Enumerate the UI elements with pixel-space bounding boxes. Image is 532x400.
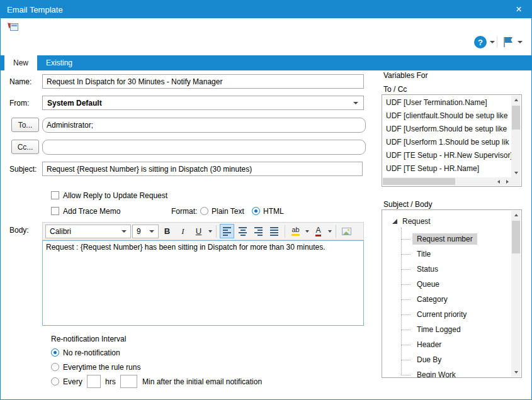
scroll-left-icon[interactable] — [494, 177, 502, 186]
plain-text-radio[interactable] — [200, 207, 208, 215]
highlight-button[interactable]: ab — [288, 224, 303, 238]
tab-existing[interactable]: Existing — [37, 55, 81, 70]
variable-item[interactable]: UDF [TE Setup - HR.New Supervisor] — [383, 148, 511, 162]
underline-caret-icon[interactable] — [207, 224, 213, 238]
underline-button[interactable]: U — [191, 224, 206, 238]
everytime-radio[interactable] — [51, 363, 59, 371]
tree-item[interactable]: Queue — [382, 277, 511, 292]
no-renotification-radio[interactable] — [51, 348, 59, 357]
tree-item[interactable]: Category — [382, 292, 511, 307]
everytime-label: Everytime the rule runs — [63, 363, 140, 372]
font-size-select[interactable]: 9 — [132, 225, 159, 238]
scroll-up-icon[interactable] — [511, 211, 521, 219]
tree-item[interactable]: Status — [382, 262, 511, 277]
bold-button[interactable]: B — [160, 224, 174, 238]
renotification-title: Re-notification Interval — [51, 335, 126, 343]
font-family-select[interactable]: Calibri — [45, 225, 131, 238]
variables-horizontal-scrollbar[interactable] — [383, 177, 511, 186]
font-size-value: 9 — [137, 227, 141, 236]
to-input[interactable] — [42, 118, 366, 133]
font-family-value: Calibri — [50, 227, 71, 236]
body-editor[interactable]: Request : {Request Number} has been sitt… — [42, 240, 364, 326]
subject-input[interactable] — [42, 162, 363, 176]
tabstrip: New Existing — [1, 55, 531, 70]
flag-dropdown-caret-icon[interactable] — [518, 41, 523, 43]
window-title: Email Template — [7, 5, 63, 14]
align-left-button[interactable] — [220, 224, 234, 238]
tree-item[interactable]: Begin Work — [382, 367, 511, 378]
tree-item[interactable]: Title — [382, 247, 511, 262]
name-input[interactable] — [42, 74, 364, 89]
name-label: Name: — [9, 77, 31, 86]
tree-item[interactable]: Request number — [382, 231, 511, 247]
variable-item[interactable]: UDF [Userform.Should be setup like — [383, 122, 511, 135]
cc-button[interactable]: Cc... — [11, 140, 39, 154]
align-left-icon — [223, 227, 231, 236]
tree-item[interactable]: Header — [382, 337, 511, 352]
close-button[interactable]: × — [512, 3, 525, 16]
variables-list-items: UDF [User Termination.Name] UDF [clientf… — [383, 96, 511, 177]
from-select[interactable]: System Default — [42, 96, 364, 110]
variable-item[interactable]: UDF [Userform 1.Should be setup lik — [383, 135, 511, 148]
send-template-icon[interactable] — [7, 21, 18, 31]
align-justify-icon — [270, 227, 278, 236]
add-trace-checkbox[interactable] — [51, 207, 59, 215]
toolbar-separator — [285, 225, 285, 238]
tree-item[interactable]: Current priority — [382, 307, 511, 322]
image-icon — [342, 228, 351, 235]
tree-vertical-scrollbar[interactable] — [511, 211, 521, 377]
min-input[interactable] — [120, 375, 137, 388]
variables-list: UDF [User Termination.Name] UDF [clientf… — [382, 94, 522, 187]
add-trace-label: Add Trace Memo — [63, 207, 120, 216]
insert-image-button[interactable] — [339, 224, 354, 238]
italic-button[interactable]: I — [176, 224, 190, 238]
scroll-down-icon[interactable] — [511, 169, 521, 177]
tree-expander-icon[interactable] — [392, 219, 397, 224]
align-center-icon — [239, 227, 247, 236]
flag-button[interactable] — [502, 36, 514, 48]
font-color-caret-icon[interactable] — [327, 224, 332, 238]
cc-input[interactable] — [42, 140, 366, 155]
html-label: HTML — [263, 207, 284, 216]
tree-root-label: Request — [402, 217, 431, 226]
to-button[interactable]: To... — [11, 118, 39, 132]
help-button[interactable]: ? — [474, 36, 487, 48]
scroll-up-icon[interactable] — [511, 96, 521, 104]
tree-item[interactable]: Due By — [382, 352, 511, 367]
scrollbar-thumb[interactable] — [512, 221, 520, 253]
hrs-input[interactable] — [87, 375, 101, 388]
align-justify-button[interactable] — [267, 224, 281, 238]
hrs-label: hrs — [105, 377, 116, 386]
html-radio[interactable] — [252, 207, 260, 215]
from-caret-icon — [353, 102, 358, 104]
font-color-icon: A — [315, 226, 320, 236]
tree-root-request[interactable]: Request — [392, 215, 431, 228]
from-selected-value: System Default — [47, 99, 102, 108]
variable-item[interactable]: UDF [clientfault.Should be setup like — [383, 109, 511, 122]
highlight-caret-icon[interactable] — [304, 224, 310, 238]
font-color-button[interactable]: A — [311, 224, 325, 238]
scroll-down-icon[interactable] — [511, 368, 521, 377]
toolbar-separator — [336, 225, 336, 238]
interval-radio[interactable] — [51, 377, 59, 386]
variables-vertical-scrollbar[interactable] — [511, 96, 521, 177]
tab-new[interactable]: New — [4, 55, 37, 70]
scroll-right-icon[interactable] — [503, 177, 511, 186]
allow-reply-checkbox[interactable] — [51, 191, 59, 199]
font-size-caret-icon — [149, 230, 154, 233]
highlight-icon: ab — [291, 226, 299, 236]
tree-item[interactable]: Time Logged — [382, 322, 511, 337]
help-dropdown-caret-icon[interactable] — [490, 41, 495, 43]
variable-item[interactable]: UDF [TE Setup - HR.Name] — [383, 162, 511, 175]
align-center-button[interactable] — [235, 224, 250, 238]
scrollbar-thumb[interactable] — [512, 106, 520, 130]
scrollbar-thumb[interactable] — [383, 178, 455, 185]
document-icon — [10, 23, 18, 31]
flag-pole-icon — [504, 37, 505, 47]
tree-children: Request number Title Status Queue Catego… — [382, 231, 511, 378]
variables-for-title: Variables For — [383, 71, 427, 80]
allow-reply-label: Allow Reply to Update Request — [63, 191, 167, 200]
align-right-button[interactable] — [251, 224, 266, 238]
variable-item[interactable]: UDF [User Termination.Name] — [383, 96, 511, 109]
from-label: From: — [9, 99, 29, 108]
